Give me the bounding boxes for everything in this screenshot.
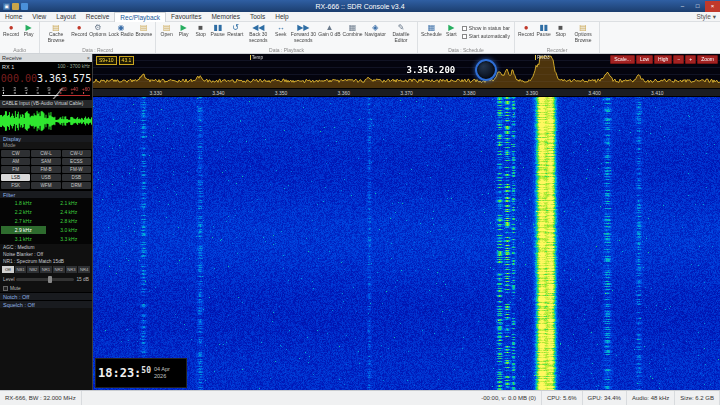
filter-option-2-2-khz[interactable]: 2.2 kHz [1, 208, 46, 216]
checkbox-start-automatically[interactable]: Start automatically [462, 33, 510, 39]
record-button[interactable]: ●Record [517, 23, 535, 38]
navigator-button[interactable]: ◈Navigator [364, 23, 387, 38]
cache-browse-button[interactable]: ▤Cache Browse [42, 23, 70, 43]
stop-button[interactable]: ■Stop [552, 23, 569, 38]
display-section-header[interactable]: Display [0, 134, 92, 142]
checkbox-show-in-status-bar[interactable]: Show in status bar [462, 25, 510, 31]
mode-button-cw[interactable]: CW [1, 150, 30, 157]
radio-setting-agc[interactable]: AGC : Medium [0, 244, 92, 251]
mode-button-am[interactable]: AM [1, 158, 30, 165]
menu-tab-receive[interactable]: Receive [81, 12, 114, 22]
record-button[interactable]: ●Record [2, 23, 20, 38]
mode-button-dsb[interactable]: DSB [62, 174, 91, 181]
ribbon-button-label: Start [446, 32, 457, 38]
back-30-seconds-button[interactable]: ◀◀Back 30 seconds [244, 23, 272, 43]
open-button[interactable]: ▤Open [158, 23, 175, 38]
save-icon[interactable] [12, 3, 19, 10]
nr-button-nb2[interactable]: NB2 [27, 266, 39, 273]
nr-button-nr3[interactable]: NR3 [66, 266, 78, 273]
filter-option-2-9-khz[interactable]: 2.9 kHz [1, 226, 46, 234]
spectrum-marker-rnd3[interactable]: RND3 [535, 55, 550, 60]
maximize-button[interactable]: □ [690, 1, 705, 12]
frequency-ruler[interactable]: 3.3303.3403.3503.3603.3703.3803.3903.400… [93, 88, 720, 97]
filter-option-3-3-khz[interactable]: 3.3 kHz [47, 235, 92, 243]
lock-radio-button[interactable]: ◉Lock Radio [107, 23, 134, 38]
filter-option-2-4-khz[interactable]: 2.4 kHz [47, 208, 92, 216]
mode-button-fm-w[interactable]: FM-W [62, 166, 91, 173]
nr-button-nr4[interactable]: NR4 [78, 266, 90, 273]
spectrum--button[interactable]: + [685, 55, 696, 64]
combine-button[interactable]: ▦Combine [342, 23, 364, 38]
mode-button-fm-b[interactable]: FM-B [31, 166, 60, 173]
nr-button-off[interactable]: Off [2, 266, 14, 273]
mode-button-fsk[interactable]: FSK [1, 182, 30, 189]
spectrum-scale-button[interactable]: Scale... [610, 55, 635, 64]
nr-button-nr2[interactable]: NR2 [53, 266, 65, 273]
pause-button[interactable]: ▮▮Pause [209, 23, 226, 38]
restart-button[interactable]: ↺Restart [226, 23, 244, 38]
level-slider[interactable] [16, 278, 74, 281]
rx-label[interactable]: RX 1 [2, 64, 14, 70]
mode-button-lsb[interactable]: LSB [1, 174, 30, 181]
options-button[interactable]: ⚙Options [88, 23, 107, 38]
audio-device-label[interactable]: CABLE Input (VB-Audio Virtual Cable) [0, 100, 92, 108]
datafile-editor-button[interactable]: ✎Datafile Editor [387, 23, 415, 43]
menu-tab-help[interactable]: Help [270, 12, 293, 22]
menu-tab-tools[interactable]: Tools [245, 12, 270, 22]
mode-button-sam[interactable]: SAM [31, 158, 60, 165]
filter-option-2-1-khz[interactable]: 2.1 kHz [47, 199, 92, 207]
mute-checkbox[interactable] [3, 286, 8, 291]
close-button[interactable]: × [705, 1, 720, 12]
mode-button-ecss[interactable]: ECSS [62, 158, 91, 165]
spectrum-low-button[interactable]: Low [636, 55, 653, 64]
mode-button-cw-u[interactable]: CW-U [62, 150, 91, 157]
style-dropdown[interactable]: Style ▾ [696, 13, 716, 21]
spectrum--button[interactable]: − [673, 55, 684, 64]
start-button[interactable]: ▶Start [443, 23, 460, 38]
options-browse-button[interactable]: ▤Options Browse [569, 23, 597, 43]
gain-0-db-button[interactable]: ▲Gain 0 dB [317, 23, 341, 38]
play-button[interactable]: ▶Play [20, 23, 37, 38]
close-pane-icon[interactable]: × [87, 55, 90, 61]
mode-button-wfm[interactable]: WFM [31, 182, 60, 189]
mode-button-usb[interactable]: USB [31, 174, 60, 181]
mode-button-cw-l[interactable]: CW-L [31, 150, 60, 157]
record-button[interactable]: ●Record [70, 23, 88, 38]
mode-button-drm[interactable]: DRM [62, 182, 91, 189]
menu-tab-rec-playback[interactable]: Rec/Playback [114, 12, 166, 22]
minimize-button[interactable]: – [675, 1, 690, 12]
spectrum-zoom-button[interactable]: Zoom [697, 55, 718, 64]
menu-tab-memories[interactable]: Memories [206, 12, 245, 22]
frequency-display[interactable]: 000.003.363.575 [0, 71, 92, 86]
forward-30-seconds-button[interactable]: ▶▶Forward 30 seconds [289, 23, 317, 43]
nr-button-nr1[interactable]: NR1 [40, 266, 52, 273]
spectrum-marker-temp[interactable]: Temp [250, 55, 263, 60]
stop-button[interactable]: ■Stop [192, 23, 209, 38]
menu-tab-view[interactable]: View [27, 12, 51, 22]
nr-button-nb1[interactable]: NB1 [15, 266, 27, 273]
menu-tab-favourites[interactable]: Favourites [166, 12, 206, 22]
filter-option-3-0-khz[interactable]: 3.0 kHz [47, 226, 92, 234]
play-button[interactable]: ▶Play [175, 23, 192, 38]
menu-tab-layout[interactable]: Layout [51, 12, 81, 22]
browse-button[interactable]: ▤Browse [135, 23, 154, 38]
radio-setting-nr1[interactable]: NR1 : Spectrum Match 15dB [0, 258, 92, 265]
schedule-button[interactable]: ▦Schedule [420, 23, 443, 38]
pause-button[interactable]: ▮▮Pause [535, 23, 552, 38]
filter-option-2-8-khz[interactable]: 2.8 kHz [47, 217, 92, 225]
filter-option-1-8-khz[interactable]: 1.8 kHz [1, 199, 46, 207]
squelch-section-header[interactable]: Squelch : Off [0, 300, 92, 308]
undo-icon[interactable] [21, 3, 28, 10]
radio-settings: AGC : MediumNoise Blanker : OffNR1 : Spe… [0, 244, 92, 265]
mode-button-fm[interactable]: FM [1, 166, 30, 173]
filter-option-2-7-khz[interactable]: 2.7 kHz [1, 217, 46, 225]
level-slider-thumb[interactable] [48, 276, 52, 283]
filter-option-3-1-khz[interactable]: 3.1 kHz [1, 235, 46, 243]
waterfall-canvas[interactable] [93, 97, 720, 390]
filter-section-header[interactable]: Filter [0, 190, 92, 198]
notch-section-header[interactable]: Notch : Off [0, 292, 92, 300]
menu-tab-home[interactable]: Home [0, 12, 27, 22]
seek-button[interactable]: ↔Seek [272, 23, 289, 38]
radio-setting-noise-blanker[interactable]: Noise Blanker : Off [0, 251, 92, 258]
spectrum-high-button[interactable]: High [654, 55, 672, 64]
